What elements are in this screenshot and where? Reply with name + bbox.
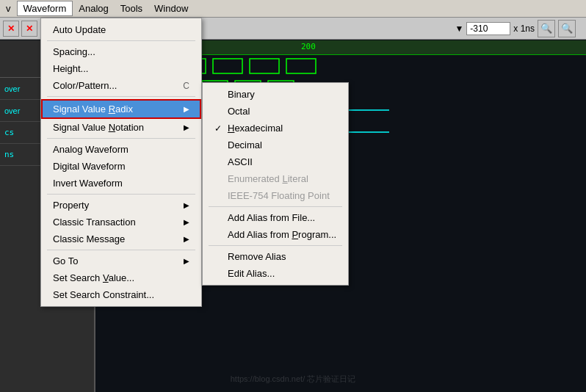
waveform-dropdown: Auto Update Spacing... Height... Color/P… — [40, 18, 202, 307]
submenu-enumerated-literal: Enumerated Literal — [203, 170, 348, 187]
menu-analog-waveform[interactable]: Analog Waveform — [41, 141, 201, 158]
color-pattern-label: Color/Pattern... — [53, 80, 117, 91]
classic-transaction-label: Classic Transaction — [53, 217, 136, 228]
analog-waveform-label: Analog Waveform — [53, 144, 129, 155]
height-label: Height... — [53, 63, 88, 74]
menu-invert-waveform[interactable]: Invert Waveform — [41, 175, 201, 192]
menu-set-search-constraint[interactable]: Set Search Constraint... — [41, 286, 201, 303]
remove-alias-label: Remove Alias — [228, 251, 286, 262]
digital-waveform-label: Digital Waveform — [53, 161, 125, 172]
menu-window[interactable]: Window — [148, 1, 194, 15]
toolbar-btn-2[interactable]: ✕ — [21, 21, 37, 37]
submenu-hexadecimal[interactable]: ✓ Hexadecimal — [203, 120, 348, 137]
submenu-binary[interactable]: Binary — [203, 86, 348, 103]
timestamp-area: ▼ -310 x 1ns 🔍 🔍 — [455, 20, 576, 37]
close-button[interactable]: ✕ — [3, 21, 19, 37]
ruler-tick-200: 200 — [301, 42, 316, 51]
submenu-add-alias-file[interactable]: Add Alias from File... — [203, 209, 348, 226]
signal-value-notation-label: Signal Value Notation — [53, 122, 144, 133]
menu-classic-transaction[interactable]: Classic Transaction ▶ — [41, 214, 201, 231]
menu-property[interactable]: Property ▶ — [41, 197, 201, 214]
go-to-label: Go To — [53, 255, 78, 266]
svg-rect-4 — [250, 59, 279, 73]
ascii-label: ASCII — [228, 156, 253, 167]
enumerated-literal-label: Enumerated Literal — [228, 173, 308, 184]
binary-label: Binary — [228, 89, 255, 100]
svg-rect-5 — [286, 59, 316, 73]
signal-value-radix-label: Signal Value Radix — [53, 104, 133, 115]
menu-set-search-value[interactable]: Set Search Value... — [41, 269, 201, 286]
signal-value-radix-submenu: Binary Octal ✓ Hexadecimal Decimal ASCII… — [202, 82, 349, 286]
property-label: Property — [53, 200, 89, 211]
submenu-decimal[interactable]: Decimal — [203, 137, 348, 153]
hex-check: ✓ — [214, 123, 223, 134]
menu-digital-waveform[interactable]: Digital Waveform — [41, 158, 201, 175]
menu-spacing[interactable]: Spacing... — [41, 43, 201, 60]
separator-1 — [47, 40, 195, 41]
submenu-ieee754: IEEE-754 Floating Point — [203, 187, 348, 204]
menu-tools[interactable]: Tools — [115, 1, 148, 15]
separator-3 — [47, 138, 195, 139]
add-alias-file-label: Add Alias from File... — [228, 212, 315, 223]
classic-transaction-arrow: ▶ — [184, 218, 189, 226]
sub-separator-2 — [209, 245, 342, 246]
add-alias-program-label: Add Alias from Program... — [228, 229, 336, 240]
menu-signal-value-notation[interactable]: Signal Value Notation ▶ — [41, 119, 201, 136]
classic-message-label: Classic Message — [53, 233, 125, 244]
property-arrow: ▶ — [184, 201, 189, 209]
invert-waveform-label: Invert Waveform — [53, 178, 123, 189]
menu-waveform[interactable]: Waveform — [17, 1, 73, 16]
signal-value-radix-arrow: ▶ — [184, 105, 189, 113]
timestamp-unit: x 1ns — [513, 23, 535, 34]
sub-separator-1 — [209, 206, 342, 207]
menu-height[interactable]: Height... — [41, 60, 201, 77]
edit-alias-label: Edit Alias... — [228, 268, 275, 279]
menu-color-pattern[interactable]: Color/Pattern... C — [41, 77, 201, 94]
submenu-edit-alias[interactable]: Edit Alias... — [203, 265, 348, 282]
zoom-out-button[interactable]: 🔍 — [558, 20, 576, 37]
menu-classic-message[interactable]: Classic Message ▶ — [41, 231, 201, 247]
go-to-arrow: ▶ — [184, 257, 189, 265]
submenu-ascii[interactable]: ASCII — [203, 153, 348, 170]
submenu-remove-alias[interactable]: Remove Alias — [203, 248, 348, 265]
menu-signal-value-radix[interactable]: Signal Value Radix ▶ — [41, 99, 201, 119]
watermark: https://blog.csdn.net/ 芯片验证日记 — [231, 374, 356, 385]
submenu-add-alias-program[interactable]: Add Alias from Program... — [203, 226, 348, 243]
menu-view[interactable]: v — [0, 1, 17, 15]
auto-update-label: Auto Update — [53, 24, 106, 35]
svg-rect-3 — [213, 59, 242, 73]
separator-2 — [47, 96, 195, 97]
zoom-in-button[interactable]: 🔍 — [538, 20, 555, 37]
set-search-constraint-label: Set Search Constraint... — [53, 289, 154, 300]
menu-auto-update[interactable]: Auto Update — [41, 21, 201, 38]
decimal-label: Decimal — [228, 139, 262, 150]
submenu-octal[interactable]: Octal — [203, 103, 348, 120]
signal-value-notation-arrow: ▶ — [184, 123, 189, 131]
menu-analog[interactable]: Analog — [73, 1, 114, 15]
color-pattern-shortcut: C — [183, 81, 189, 91]
arrow-icon: ▼ — [455, 23, 463, 34]
octal-label: Octal — [228, 106, 250, 117]
ieee754-label: IEEE-754 Floating Point — [228, 190, 330, 201]
waveform-menu: Auto Update Spacing... Height... Color/P… — [40, 18, 202, 307]
menu-go-to[interactable]: Go To ▶ — [41, 253, 201, 269]
timestamp-input[interactable]: -310 — [466, 22, 510, 35]
menubar: v Waveform Analog Tools Window — [0, 0, 586, 18]
separator-4 — [47, 194, 195, 195]
separator-5 — [47, 250, 195, 250]
set-search-value-label: Set Search Value... — [53, 272, 134, 283]
hexadecimal-label: Hexadecimal — [228, 123, 283, 134]
classic-message-arrow: ▶ — [184, 235, 189, 243]
spacing-label: Spacing... — [53, 46, 95, 57]
